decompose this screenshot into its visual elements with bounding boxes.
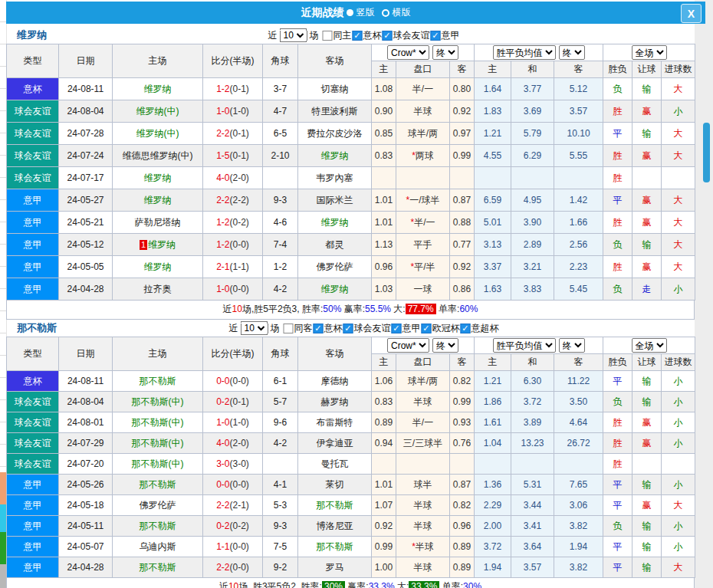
result-goals: 大 [662,78,695,100]
filter-checkbox[interactable]: ✓意超杯 [460,322,498,335]
checkbox-checked-icon[interactable]: ✓ [430,31,440,41]
handicap-final-select[interactable]: 终 [432,45,458,60]
home-team: 那不勒斯(中) [113,433,203,454]
checkbox-checked-icon[interactable]: ✓ [460,324,470,333]
scope-group-header: 全场 [603,337,695,354]
euro-final-select[interactable]: 终 [559,45,585,60]
match-row: 意甲24-05-27维罗纳2-2(2-2)9-3国际米兰1.01*一/球半0.8… [7,189,695,212]
checkbox-unchecked-icon[interactable] [322,31,332,41]
result-goals [662,167,695,189]
result-goals: 小 [662,433,695,454]
radio-label: 横版 [393,6,411,19]
summary-segment: 单率: [439,581,463,588]
handicap-away-odds: 0.82 [450,495,475,516]
score: 1-0(1-0) [203,412,263,433]
result-handicap: 赢 [632,433,662,454]
result-goals: 大 [662,212,695,234]
score: 2-1(1-1) [203,256,263,278]
handicap-home-odds: 0.96 [372,256,396,278]
euro-final-select[interactable]: 终 [559,338,585,353]
checkbox-unchecked-icon[interactable] [283,324,293,333]
filter-checkbox[interactable]: ✓球会友谊 [382,29,429,42]
match-row: 意杯24-08-11那不勒斯0-0(0-0)6-1摩德纳1.06球半/两0.82… [7,371,695,392]
subcol-handicap-home: 主 [372,354,396,371]
checkbox-checked-icon[interactable]: ✓ [421,324,431,333]
result-outcome: 胜 [603,212,632,234]
handicap-away-odds: 0.97 [450,123,475,145]
subcol-euro-away: 客 [554,61,603,78]
filter-checkbox[interactable]: ✓欧冠杯 [421,322,459,335]
away-team: 博洛尼亚 [298,516,372,537]
checkbox-checked-icon[interactable]: ✓ [352,31,362,41]
team-section: 维罗纳 近 10 场 同主✓意杯✓球会友谊✓意甲 类型 日期 主场 [6,27,705,320]
handicap-final-select[interactable]: 终 [432,338,458,353]
league-badge: 意甲 [7,475,59,495]
euro-away-odds: 3.57 [554,100,603,123]
match-date: 24-05-12 [59,234,113,256]
matches-count-select[interactable]: 10 [279,28,307,42]
summary-segment: 30% [322,581,345,588]
filter-checkbox[interactable]: ✓球会友谊 [343,322,390,335]
checkbox-checked-icon[interactable]: ✓ [343,324,353,333]
result-handicap [632,167,662,189]
result-handicap: 输 [632,557,662,578]
filter-checkbox[interactable]: ✓意甲 [430,29,459,42]
checkbox-checked-icon[interactable]: ✓ [313,324,323,333]
home-team: 维罗纳(中) [113,123,203,145]
result-outcome: 负 [603,392,632,412]
filter-checkbox[interactable]: ✓意杯 [313,322,342,335]
euro-away-odds [554,167,603,189]
filter-checkbox[interactable]: 同客 [283,322,312,335]
result-handicap [632,454,662,475]
bookmaker-select[interactable]: Crow* [387,338,429,353]
handicap-home-odds: 1.07 [372,495,396,516]
corner-score: 9-3 [263,516,298,537]
filter-checkbox[interactable]: ✓意甲 [391,322,420,335]
handicap-away-odds: 0.86 [450,278,475,301]
result-outcome: 平 [603,123,632,145]
filter-checkbox[interactable]: ✓意杯 [352,29,381,42]
euro-draw-odds [511,167,554,189]
handicap-home-odds [372,454,396,475]
match-date: 24-07-28 [59,123,113,145]
scope-select[interactable]: 全场 [632,338,667,353]
match-row: 球会友谊24-07-29那不勒斯(中)4-0(2-0)4-2伊拿迪亚0.94三/… [7,433,695,454]
away-team: 布雷斯特 [298,412,372,433]
euro-avg-select[interactable]: 胜平负均值 [493,338,556,353]
handicap-away-odds: 0.76 [450,433,475,454]
euro-home-odds: 1.04 [475,433,511,454]
match-date: 24-08-01 [59,412,113,433]
handicap-away-odds: 0.96 [450,516,475,537]
euro-avg-select[interactable]: 胜平负均值 [493,45,556,60]
scope-select[interactable]: 全场 [632,45,667,60]
bookmaker-select[interactable]: Crow* [387,45,429,60]
layout-radio-horizontal[interactable]: 横版 [381,6,411,19]
radio-selected-icon[interactable] [347,9,353,16]
filter-checkbox[interactable]: 同主 [322,29,351,42]
subcol-handicap-result: 让球 [632,61,662,78]
handicap-home-odds: 1.06 [372,371,396,392]
match-row: 球会友谊24-07-17维罗纳4-0(2-0)韦罗內塞胜 [7,167,695,189]
summary-segment: 场,胜5平2负3, 胜率: [242,304,323,314]
score: 1-2(0-2) [203,212,263,234]
match-date: 24-08-11 [59,78,113,100]
euro-home-odds: 1.21 [475,123,511,145]
result-outcome: 负 [603,78,632,100]
home-team: 那不勒斯 [113,557,203,578]
layout-radio-vertical[interactable]: 竖版 [346,6,375,19]
checkbox-checked-icon[interactable]: ✓ [391,324,401,333]
match-date: 24-05-27 [59,189,113,212]
result-outcome: 胜 [603,412,632,433]
checkbox-label: 意超杯 [471,322,498,335]
home-team: 1维罗纳 [113,234,203,256]
handicap-home-odds: 0.92 [372,516,396,537]
summary-segment: 场, 胜3平5负2, 胜率: [238,581,322,588]
matches-count-select[interactable]: 10 [240,321,268,335]
near-label: 近 [268,29,277,42]
result-outcome: 胜 [603,454,632,475]
checkbox-checked-icon[interactable]: ✓ [382,31,392,41]
match-row: 意甲24-05-18佛罗伦萨2-2(2-1)5-3那不勒斯1.07半球0.822… [7,495,695,516]
col-header-score: 比分(半场) [203,44,263,78]
radio-unselected-icon[interactable] [382,9,389,17]
close-button[interactable]: X [681,4,702,23]
